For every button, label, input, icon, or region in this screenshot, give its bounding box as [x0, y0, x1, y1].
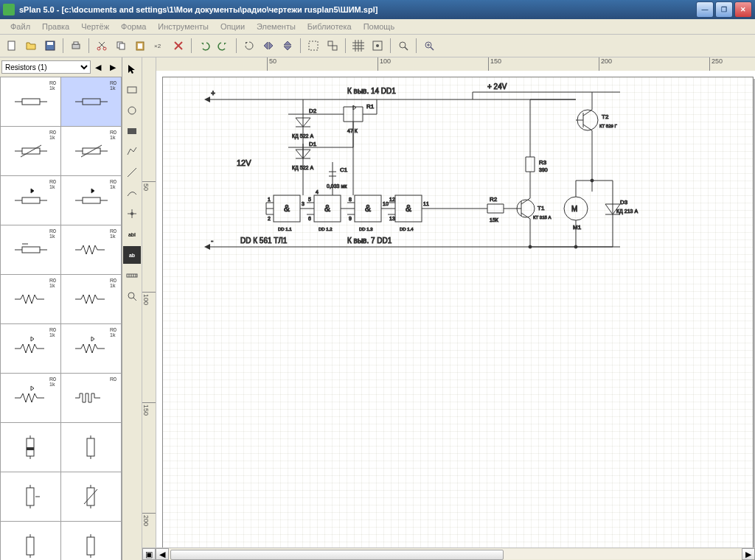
zoom-tool[interactable]	[123, 287, 141, 305]
tab-button[interactable]: ▣	[142, 548, 156, 560]
grid-button[interactable]	[349, 37, 367, 55]
palette-item[interactable]: R01k	[1, 324, 60, 373]
svg-point-38	[128, 293, 134, 298]
palette-item[interactable]	[1, 522, 60, 560]
palette-item[interactable]: R01k	[61, 176, 121, 225]
snap-button[interactable]	[369, 37, 386, 55]
redo-button[interactable]	[215, 37, 232, 55]
palette-item[interactable]: R01k	[1, 275, 60, 323]
schematic: + К выв. 14 DD1 D2 КД 522 А R1 47 К D1 К…	[163, 77, 753, 547]
cut-button[interactable]	[93, 37, 111, 55]
circle-tool[interactable]	[123, 102, 141, 119]
svg-point-16	[376, 44, 379, 47]
palette-item[interactable]: R01k	[1, 127, 60, 175]
svg-text:КТ 829 Г: КТ 829 Г	[599, 124, 618, 128]
svg-text:13: 13	[389, 216, 395, 221]
measure-tool[interactable]	[123, 267, 141, 284]
rotate-button[interactable]	[240, 37, 258, 55]
undo-button[interactable]	[195, 37, 213, 55]
svg-text:3: 3	[302, 201, 305, 206]
minimize-button[interactable]: —	[696, 1, 714, 18]
print-button[interactable]	[67, 37, 85, 55]
menu-file[interactable]: Файл	[4, 21, 36, 32]
palette-item[interactable]: R01k	[1, 225, 60, 274]
titlebar[interactable]: sPlan 5.0 - [c:\documents and settings\1…	[0, 0, 755, 19]
flip-h-button[interactable]	[260, 37, 277, 55]
group-button[interactable]	[305, 37, 322, 55]
palette-item[interactable]	[61, 423, 121, 472]
junction-tool[interactable]	[123, 205, 141, 223]
palette-item[interactable]	[1, 472, 60, 521]
menu-options[interactable]: Опции	[215, 21, 251, 32]
scroll-thumb[interactable]	[170, 550, 504, 560]
svg-text:12V: 12V	[237, 158, 251, 167]
scrollbar-horizontal[interactable]: ▣ ◀ ▶	[142, 547, 755, 560]
maximize-button[interactable]: ❐	[715, 1, 733, 18]
rect-tool[interactable]	[123, 81, 141, 99]
poly-tool[interactable]	[123, 143, 141, 161]
flip-v-button[interactable]	[279, 37, 296, 55]
palette-item[interactable]	[61, 522, 121, 560]
svg-text:R3: R3	[539, 159, 547, 166]
paste-button[interactable]	[131, 37, 149, 55]
copy-button[interactable]	[112, 37, 130, 55]
palette-item[interactable]	[61, 472, 121, 521]
library-select[interactable]: Resistors (1)	[1, 60, 91, 74]
svg-text:4: 4	[316, 189, 319, 195]
menu-elements[interactable]: Элементы	[251, 21, 302, 32]
scroll-right-button[interactable]: ▶	[742, 548, 755, 560]
main-window: sPlan 5.0 - [c:\documents and settings\1…	[0, 0, 755, 560]
svg-text:R2: R2	[490, 196, 498, 203]
menu-library[interactable]: Библиотека	[302, 21, 358, 32]
svg-text:390: 390	[539, 167, 548, 172]
svg-point-17	[400, 42, 406, 48]
svg-text:M1: M1	[573, 224, 582, 231]
toolbar: ×2	[0, 35, 755, 57]
drawing-canvas[interactable]: + К выв. 14 DD1 D2 КД 522 А R1 47 К D1 К…	[156, 71, 755, 547]
palette-item[interactable]	[1, 423, 60, 472]
menu-drawing[interactable]: Чертёж	[75, 21, 115, 32]
svg-text:DD 1.1: DD 1.1	[278, 227, 292, 231]
curve-tool[interactable]	[123, 184, 141, 202]
palette-item[interactable]: R01k	[1, 176, 60, 225]
page[interactable]: + К выв. 14 DD1 D2 КД 522 А R1 47 К D1 К…	[162, 77, 754, 547]
palette-item[interactable]: R01k	[61, 225, 121, 274]
menu-tools[interactable]: Инструменты	[152, 21, 215, 32]
palette-item[interactable]: R01k	[61, 127, 121, 175]
palette-item[interactable]: R0	[61, 374, 121, 422]
close-button[interactable]: ✕	[734, 1, 752, 18]
menu-help[interactable]: Помощь	[358, 21, 401, 32]
ruler-horizontal: 50 100 150 200 250	[156, 57, 755, 71]
menu-edit[interactable]: Правка	[36, 21, 75, 32]
menu-form[interactable]: Форма	[115, 21, 152, 32]
lib-back-button[interactable]: ◀	[92, 61, 104, 73]
svg-rect-20	[83, 99, 100, 105]
text-tool[interactable]: abI	[123, 225, 141, 243]
open-button[interactable]	[22, 37, 40, 55]
line-tool[interactable]	[123, 164, 141, 181]
palette-item[interactable]: R01k	[1, 77, 60, 126]
svg-text:&: &	[406, 203, 411, 214]
duplicate-button[interactable]: ×2	[150, 37, 168, 55]
palette-item[interactable]: R01k	[61, 275, 121, 323]
text-tool-inv[interactable]: ab	[123, 246, 141, 264]
lib-fwd-button[interactable]: ▶	[107, 61, 119, 73]
find-button[interactable]	[394, 37, 412, 55]
palette-item[interactable]: R01k	[61, 77, 121, 126]
delete-button[interactable]	[170, 37, 187, 55]
pointer-tool[interactable]	[123, 60, 141, 78]
palette-item[interactable]: R01k	[1, 374, 60, 422]
svg-text:15К: 15К	[490, 217, 499, 223]
scroll-left-button[interactable]: ◀	[156, 548, 169, 560]
new-button[interactable]	[3, 37, 21, 55]
palette-item[interactable]: R01k	[61, 324, 121, 373]
svg-text:К выв. 7 DD1: К выв. 7 DD1	[347, 237, 392, 245]
save-button[interactable]	[41, 37, 59, 55]
fill-rect-tool[interactable]	[123, 122, 141, 140]
svg-text:0,033 мк: 0,033 мк	[327, 183, 347, 189]
ungroup-button[interactable]	[324, 37, 341, 55]
svg-rect-10	[138, 43, 142, 49]
zoom-button[interactable]	[420, 37, 438, 55]
window-title: sPlan 5.0 - [c:\documents and settings\1…	[19, 5, 696, 14]
svg-text:T1: T1	[537, 205, 545, 211]
